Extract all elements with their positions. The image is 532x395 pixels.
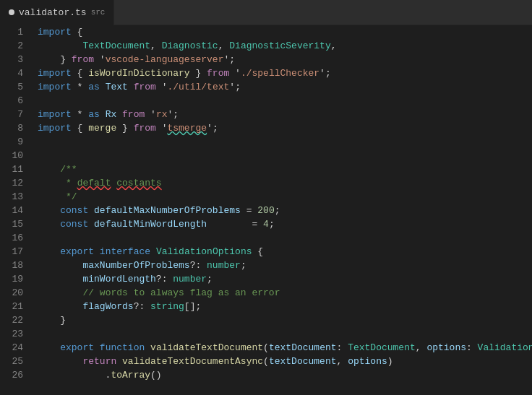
token: { (252, 245, 264, 259)
code-line (38, 327, 532, 341)
tab-bar: validator.ts src (0, 0, 532, 25)
line-number: 21 (0, 300, 23, 313)
token: /** (60, 162, 77, 176)
token: 4 (263, 217, 269, 231)
token: '; (223, 53, 235, 66)
code-line (38, 135, 532, 149)
token: , (331, 39, 337, 53)
token: const (60, 217, 88, 231)
token: 200 (257, 204, 274, 217)
token: ' (94, 53, 106, 66)
token: as (88, 108, 100, 121)
token: '; (319, 66, 331, 80)
token: DiagnosticSeverity (229, 39, 330, 53)
code-line (38, 231, 532, 245)
token (100, 108, 106, 121)
code-line: export interface ValidationOptions { (38, 245, 532, 259)
token: isWordInDictionary (88, 66, 189, 80)
token (38, 176, 60, 190)
code-line: import { isWordInDictionary } from './sp… (38, 66, 532, 80)
code-line: * defalt costants (38, 176, 532, 190)
code-area[interactable]: import { TextDocument, Diagnostic, Diagn… (30, 25, 532, 395)
token: Diagnostic (162, 39, 218, 53)
tab-filename: validator.ts (19, 7, 87, 18)
token: textDocument (269, 355, 337, 368)
token: TextDocument (348, 341, 416, 355)
token (38, 300, 82, 313)
token (116, 108, 122, 121)
token: import (38, 80, 72, 94)
line-number: 23 (0, 327, 23, 341)
editor-area: 1234567891011121314151617181920212223242… (0, 25, 532, 395)
token: minWordLength (82, 272, 155, 286)
code-line: export function validateTextDocument(tex… (38, 341, 532, 355)
code-line: maxNumberOfProblems?: number; (38, 259, 532, 272)
token: Text (106, 80, 128, 94)
token (38, 190, 60, 204)
token: Rx (106, 108, 117, 121)
token: ./spellChecker (241, 66, 319, 80)
token (38, 286, 82, 300)
token: options (348, 355, 387, 368)
token: '; (229, 80, 241, 94)
code-line: /** (38, 162, 532, 176)
token: * (72, 80, 88, 94)
tab-src-label: src (91, 8, 106, 17)
token: import (38, 25, 72, 39)
token: } (38, 313, 66, 327)
token: ' (156, 80, 168, 94)
token: , (337, 355, 348, 368)
token: defalt (77, 176, 111, 190)
token: import (38, 121, 72, 135)
file-tab[interactable]: validator.ts src (0, 0, 114, 25)
token (38, 204, 60, 217)
token: number (173, 272, 207, 286)
line-number: 8 (0, 121, 23, 135)
token: ?: (134, 300, 150, 313)
token: toArray (111, 368, 150, 382)
token: } (116, 121, 133, 135)
token (128, 80, 134, 94)
token (111, 176, 116, 190)
token: defaultMinWordLength (94, 217, 207, 231)
token (150, 245, 156, 259)
code-line: } from 'vscode-languageserver'; (38, 53, 532, 66)
token: ' (229, 66, 241, 80)
code-line (38, 94, 532, 108)
token: from (122, 108, 145, 121)
token: []; (184, 300, 201, 313)
token: maxNumberOfProblems (82, 259, 189, 272)
token: = (207, 217, 263, 231)
token: ; (275, 204, 280, 217)
token: ) (387, 355, 393, 368)
line-number: 19 (0, 272, 23, 286)
line-number: 12 (0, 176, 23, 190)
token (38, 39, 82, 53)
token: defaultMaxNumberOfProblems (94, 204, 241, 217)
token: . (38, 368, 111, 382)
token: , (218, 39, 230, 53)
token: ./util/text (168, 80, 230, 94)
token: () (150, 368, 162, 382)
line-number: 10 (0, 149, 23, 162)
token: merge (88, 121, 116, 135)
code-line: .toArray() (38, 368, 532, 382)
token: : (337, 341, 348, 355)
code-line: return validateTextDocumentAsync(textDoc… (38, 355, 532, 368)
token: costants (116, 176, 161, 190)
token: , (416, 341, 427, 355)
token: ?: (190, 259, 207, 272)
line-number: 16 (0, 231, 23, 245)
token: rx (156, 108, 168, 121)
token (94, 245, 100, 259)
line-number: 11 (0, 162, 23, 176)
token: from (207, 66, 229, 80)
token: number (207, 259, 241, 272)
token (100, 80, 106, 94)
token: as (88, 80, 100, 94)
token: * (72, 108, 88, 121)
token (88, 217, 94, 231)
line-number: 2 (0, 39, 23, 53)
line-number: 13 (0, 190, 23, 204)
token: ; (269, 217, 275, 231)
